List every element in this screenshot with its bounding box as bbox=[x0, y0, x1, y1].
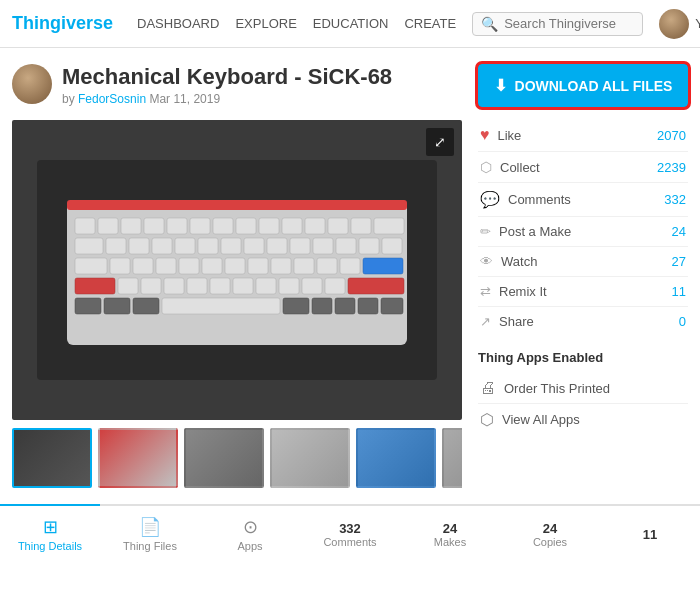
thing-files-icon: 📄 bbox=[139, 516, 161, 538]
svg-rect-62 bbox=[335, 298, 355, 314]
app-list: 🖨 Order This Printed ⬡ View All Apps bbox=[478, 373, 688, 435]
app-view-all-label: View All Apps bbox=[502, 412, 580, 427]
svg-rect-40 bbox=[294, 258, 314, 274]
apps-icon: ⊙ bbox=[243, 516, 258, 538]
download-all-button[interactable]: ⬇ DOWNLOAD ALL FILES bbox=[478, 64, 688, 107]
search-input[interactable] bbox=[504, 16, 634, 31]
svg-rect-38 bbox=[248, 258, 268, 274]
thumbnail-5[interactable] bbox=[356, 428, 436, 488]
svg-rect-28 bbox=[336, 238, 356, 254]
thumbnail-4[interactable] bbox=[270, 428, 350, 488]
svg-rect-42 bbox=[340, 258, 360, 274]
expand-button[interactable]: ⤢ bbox=[426, 128, 454, 156]
svg-rect-50 bbox=[233, 278, 253, 294]
like-icon: ♥ bbox=[480, 126, 490, 144]
thumbnail-3[interactable] bbox=[184, 428, 264, 488]
svg-rect-3 bbox=[75, 218, 95, 234]
svg-rect-51 bbox=[256, 278, 276, 294]
svg-rect-14 bbox=[328, 218, 348, 234]
svg-rect-44 bbox=[75, 278, 115, 294]
action-post-make[interactable]: ✏ Post a Make 24 bbox=[478, 217, 688, 247]
svg-rect-30 bbox=[382, 238, 402, 254]
tab-comments[interactable]: 332 Comments bbox=[300, 504, 400, 562]
left-column: Mechanical Keyboard - SiCK-68 by FedorSo… bbox=[12, 64, 462, 488]
app-order-label: Order This Printed bbox=[504, 381, 610, 396]
app-view-all[interactable]: ⬡ View All Apps bbox=[478, 404, 688, 435]
svg-rect-24 bbox=[244, 238, 264, 254]
makes-tab-label: Makes bbox=[434, 536, 466, 548]
nav-explore[interactable]: EXPLORE bbox=[235, 16, 296, 31]
collect-label: Collect bbox=[500, 160, 540, 175]
nav-education[interactable]: EDUCATION bbox=[313, 16, 389, 31]
tab-copies[interactable]: 24 Copies bbox=[500, 504, 600, 562]
user-area[interactable]: You ▼ bbox=[659, 9, 700, 39]
action-share[interactable]: ↗ Share 0 bbox=[478, 307, 688, 336]
printer-icon: 🖨 bbox=[480, 379, 496, 397]
tab-thing-details[interactable]: ⊞ Thing Details bbox=[0, 504, 100, 562]
collect-count: 2239 bbox=[657, 160, 686, 175]
tab-makes[interactable]: 24 Makes bbox=[400, 504, 500, 562]
post-make-count: 24 bbox=[672, 224, 686, 239]
comments-count-badge: 332 bbox=[339, 521, 361, 536]
navbar: Thingiverse DASHBOARD EXPLORE EDUCATION … bbox=[0, 0, 700, 48]
svg-rect-33 bbox=[133, 258, 153, 274]
svg-rect-34 bbox=[156, 258, 176, 274]
thumbnail-1[interactable] bbox=[12, 428, 92, 488]
svg-rect-27 bbox=[313, 238, 333, 254]
avatar bbox=[659, 9, 689, 39]
tab-thing-files[interactable]: 📄 Thing Files bbox=[100, 504, 200, 562]
search-bar: 🔍 bbox=[472, 12, 643, 36]
watch-label: Watch bbox=[501, 254, 537, 269]
svg-rect-57 bbox=[104, 298, 130, 314]
svg-rect-64 bbox=[381, 298, 403, 314]
makes-count-badge: 24 bbox=[443, 521, 457, 536]
svg-rect-52 bbox=[279, 278, 299, 294]
thing-date: Mar 11, 2019 bbox=[149, 92, 220, 106]
tab-last[interactable]: 11 bbox=[600, 504, 700, 562]
svg-rect-41 bbox=[317, 258, 337, 274]
svg-rect-11 bbox=[259, 218, 279, 234]
tab-apps[interactable]: ⊙ Apps bbox=[200, 504, 300, 562]
author-link[interactable]: FedorSosnin bbox=[78, 92, 146, 106]
svg-rect-15 bbox=[351, 218, 371, 234]
action-like[interactable]: ♥ Like 2070 bbox=[478, 119, 688, 152]
share-label: Share bbox=[499, 314, 534, 329]
svg-rect-25 bbox=[267, 238, 287, 254]
svg-rect-47 bbox=[164, 278, 184, 294]
svg-rect-16 bbox=[374, 218, 404, 234]
app-order-printed[interactable]: 🖨 Order This Printed bbox=[478, 373, 688, 404]
svg-rect-8 bbox=[190, 218, 210, 234]
right-column: ⬇ DOWNLOAD ALL FILES ♥ Like 2070 ⬡ Colle… bbox=[478, 64, 688, 488]
last-count-badge: 11 bbox=[643, 527, 657, 542]
view-all-icon: ⬡ bbox=[480, 410, 494, 429]
svg-rect-37 bbox=[225, 258, 245, 274]
nav-create[interactable]: CREATE bbox=[404, 16, 456, 31]
copies-count-badge: 24 bbox=[543, 521, 557, 536]
remix-count: 11 bbox=[672, 284, 686, 299]
thumbnail-6[interactable] bbox=[442, 428, 462, 488]
svg-rect-32 bbox=[110, 258, 130, 274]
svg-rect-36 bbox=[202, 258, 222, 274]
bottom-tabs: ⊞ Thing Details 📄 Thing Files ⊙ Apps 332… bbox=[0, 504, 700, 562]
svg-rect-18 bbox=[106, 238, 126, 254]
brand-logo[interactable]: Thingiverse bbox=[12, 13, 113, 34]
action-remix[interactable]: ⇄ Remix It 11 bbox=[478, 277, 688, 307]
thing-meta: by FedorSosnin Mar 11, 2019 bbox=[62, 92, 392, 106]
svg-rect-48 bbox=[187, 278, 207, 294]
watch-count: 27 bbox=[672, 254, 686, 269]
thing-apps-title: Thing Apps Enabled bbox=[478, 350, 688, 365]
thumbnail-2[interactable] bbox=[98, 428, 178, 488]
svg-rect-29 bbox=[359, 238, 379, 254]
nav-dashboard[interactable]: DASHBOARD bbox=[137, 16, 219, 31]
svg-rect-6 bbox=[144, 218, 164, 234]
action-watch[interactable]: 👁 Watch 27 bbox=[478, 247, 688, 277]
svg-rect-39 bbox=[271, 258, 291, 274]
action-collect[interactable]: ⬡ Collect 2239 bbox=[478, 152, 688, 183]
action-comments[interactable]: 💬 Comments 332 bbox=[478, 183, 688, 217]
svg-rect-63 bbox=[358, 298, 378, 314]
svg-rect-20 bbox=[152, 238, 172, 254]
watch-icon: 👁 bbox=[480, 254, 493, 269]
thing-details-label: Thing Details bbox=[18, 540, 82, 552]
like-label: Like bbox=[498, 128, 522, 143]
like-count: 2070 bbox=[657, 128, 686, 143]
